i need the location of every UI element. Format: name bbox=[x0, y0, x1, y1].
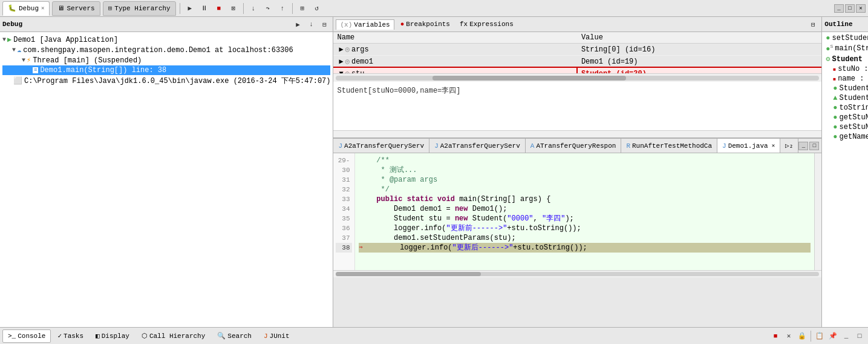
outline-item-student-ctor[interactable]: ● Student() bbox=[823, 84, 868, 93]
tree-item-javaw[interactable]: ⬜ C:\Program Files\Java\jdk1.6.0_45\bin\… bbox=[2, 75, 330, 87]
editor-main: 29- 30 31 32 33 34 35 36 37 38 /** bbox=[333, 153, 821, 270]
tab-search[interactable]: 🔍 Search bbox=[212, 329, 257, 343]
tab-tasks[interactable]: ✓ Tasks bbox=[52, 329, 89, 343]
line-29: 29- bbox=[336, 156, 352, 165]
tab-junit[interactable]: J JUnit bbox=[258, 329, 295, 343]
disconnect-btn[interactable]: ⊠ bbox=[227, 2, 240, 15]
step-return-btn[interactable]: ↑ bbox=[276, 2, 289, 15]
outline-item-student-class[interactable]: ⚙ Student bbox=[823, 54, 868, 64]
debug-step-btn[interactable]: ↓ bbox=[305, 18, 317, 30]
class-icon: ☁ bbox=[17, 45, 21, 55]
close-demo1-icon[interactable]: ✕ bbox=[772, 142, 775, 149]
method-circle-icon-1: ● bbox=[826, 34, 830, 42]
tab-console-label: Console bbox=[18, 332, 45, 340]
outline-title: Outline bbox=[824, 21, 852, 28]
tab-breakpoints[interactable]: ● Breakpoints bbox=[397, 19, 454, 29]
line-32: 32 bbox=[336, 185, 352, 194]
outline-item-set-student[interactable]: ● setStudentParams(Student) : void bbox=[823, 33, 868, 43]
bottom-copy-btn[interactable]: 📋 bbox=[814, 330, 826, 342]
var-row-demo1[interactable]: ▶ ◎ demo1 Demo1 (id=19) bbox=[333, 56, 821, 68]
step-over-btn[interactable]: ↷ bbox=[262, 2, 274, 15]
tab-display[interactable]: ◧ Display bbox=[90, 329, 135, 343]
bottom-pin-btn[interactable]: 📌 bbox=[827, 330, 839, 342]
bottom-scroll-lock-btn[interactable]: 🔒 bbox=[796, 330, 808, 342]
close-btn[interactable]: ✕ bbox=[856, 4, 866, 13]
editor-tab-atransfer[interactable]: A ATransferQueryRespon bbox=[526, 139, 622, 153]
debug-resume-btn[interactable]: ▶ bbox=[292, 18, 304, 30]
bottom-clear-btn[interactable]: ✕ bbox=[783, 330, 795, 342]
editor-tab-a2a1-label: A2aTransferQueryServ bbox=[344, 142, 424, 150]
maximize-btn[interactable]: □ bbox=[845, 4, 855, 13]
line-37: 37 bbox=[336, 233, 352, 243]
tab-expressions[interactable]: fx Expressions bbox=[456, 19, 517, 29]
tab-servers-label: Servers bbox=[67, 5, 94, 12]
method-circle-icon-2: ●S bbox=[826, 44, 833, 53]
expr-hscroll[interactable] bbox=[333, 130, 821, 137]
tree-item-demo1-app[interactable]: ▼ ▶ Demo1 [Java Application] bbox=[2, 35, 330, 45]
bottom-minimize-btn[interactable]: _ bbox=[840, 330, 852, 342]
tab-type-hierarchy[interactable]: ⊞ Type Hierarchy bbox=[103, 1, 176, 16]
bottom-maximize-btn[interactable]: □ bbox=[853, 330, 866, 342]
outline-item-tostring[interactable]: ● toString() : String bbox=[823, 103, 868, 113]
outline-item-getname[interactable]: ● getName() : String bbox=[823, 132, 868, 142]
setstuno-icon: ● bbox=[833, 123, 837, 131]
outline-item-student-ctor2[interactable]: ▲ Student(String, String) bbox=[823, 93, 868, 103]
vars-hscroll[interactable] bbox=[333, 73, 821, 82]
editor-tab-a2a-1[interactable]: J A2aTransferQueryServ bbox=[333, 139, 429, 153]
editor-tab-demo1[interactable]: J Demo1.java ✕ bbox=[717, 139, 780, 153]
outline-item-stuno[interactable]: ■ stuNo : String bbox=[823, 64, 868, 74]
use-step-filters-btn[interactable]: ⊞ bbox=[296, 2, 308, 15]
tree-item-demo1-class[interactable]: ▼ ☁ com.shengpay.masopen.integration.dem… bbox=[2, 45, 330, 55]
tree-item-main-label: Demo1.main(String[]) line: 38 bbox=[40, 66, 166, 74]
bottom-toolbar: ■ ✕ 🔒 📋 📌 _ □ bbox=[769, 330, 866, 342]
editor-tab-overflow[interactable]: ▷₂ bbox=[780, 139, 798, 153]
resume-btn[interactable]: ▶ bbox=[184, 2, 196, 15]
editor-tab-run[interactable]: R RunAfterTestMethodCa bbox=[621, 139, 717, 153]
demo1-tab-icon: J bbox=[722, 142, 726, 150]
tree-item-main-method[interactable]: ≡ Demo1.main(String[]) line: 38 bbox=[2, 65, 330, 75]
top-toolbar: 🐛 Debug ✕ 🖥 Servers ⊞ Type Hierarchy ▶ ⏸… bbox=[0, 0, 868, 17]
tab-servers[interactable]: 🖥 Servers bbox=[52, 1, 100, 16]
editor-hscroll[interactable] bbox=[333, 270, 821, 277]
editor-minimize-btn[interactable]: _ bbox=[798, 142, 808, 150]
minimize-btn[interactable]: _ bbox=[834, 4, 844, 13]
close-debug-icon[interactable]: ✕ bbox=[41, 5, 44, 12]
outline-item-main[interactable]: ●S main(String[]) : void bbox=[823, 43, 868, 54]
outline-item-setstuno[interactable]: ● setStuNo(String) : void bbox=[823, 122, 868, 132]
restart-btn[interactable]: ↺ bbox=[311, 2, 323, 15]
outline-setstuno-label: setStuNo(String) : void bbox=[840, 123, 868, 131]
expression-display: Student[stuNo=0000,name=李四] bbox=[333, 82, 821, 130]
tab-variables[interactable]: (x) Variables bbox=[336, 19, 394, 30]
suspend-btn[interactable]: ⏸ bbox=[198, 2, 210, 15]
bottom-stop-btn[interactable]: ■ bbox=[769, 330, 782, 342]
expand-icon-1[interactable]: ▼ bbox=[2, 36, 6, 43]
outline-tostring-label: toString() : String bbox=[840, 104, 868, 112]
tab-call-hierarchy-label: Call Hierarchy bbox=[149, 332, 205, 340]
collapse-vars-btn[interactable]: ⊟ bbox=[807, 18, 819, 30]
terminate-btn[interactable]: ■ bbox=[213, 2, 225, 15]
expand-demo1[interactable]: ▶ bbox=[339, 57, 343, 66]
outline-item-getstuno[interactable]: ● getStuNo() : String bbox=[823, 113, 868, 122]
expand-args[interactable]: ▶ bbox=[339, 45, 343, 54]
outline-item-name-field[interactable]: ■ name : String bbox=[823, 74, 868, 84]
expand-icon-3[interactable]: ▼ bbox=[22, 57, 25, 64]
editor-tab-a2a-2[interactable]: J A2aTransferQueryServ bbox=[429, 139, 526, 153]
var-row-args[interactable]: ▶ ◎ args String[0] (id=16) bbox=[333, 44, 821, 56]
var-row-stu[interactable]: ▼ ◎ stu Student (id=20) bbox=[333, 68, 821, 74]
tree-item-thread-main[interactable]: ▼ ⚡ Thread [main] (Suspended) bbox=[2, 55, 330, 65]
editor-vscroll[interactable] bbox=[814, 153, 821, 270]
window-controls: _ □ ✕ bbox=[834, 4, 866, 13]
tab-call-hierarchy[interactable]: ⬡ Call Hierarchy bbox=[136, 329, 210, 343]
tab-debug[interactable]: 🐛 Debug ✕ bbox=[2, 1, 50, 16]
servers-icon: 🖥 bbox=[57, 4, 64, 12]
editor-maximize-btn[interactable]: □ bbox=[809, 142, 819, 150]
debug-collapse-btn[interactable]: ⊟ bbox=[318, 18, 330, 30]
var-args-value: String[0] (id=16) bbox=[578, 44, 821, 56]
code-editor[interactable]: /** * 测试... * @param args */ bbox=[355, 153, 814, 270]
step-into-btn[interactable]: ↓ bbox=[247, 2, 259, 15]
line-38: 38 bbox=[336, 243, 352, 253]
line-34: 34 bbox=[336, 204, 352, 214]
tab-console[interactable]: >_ Console bbox=[2, 329, 51, 343]
editor-tab-atransfer-label: ATransferQueryRespon bbox=[536, 142, 616, 150]
expand-icon-2[interactable]: ▼ bbox=[12, 47, 16, 53]
